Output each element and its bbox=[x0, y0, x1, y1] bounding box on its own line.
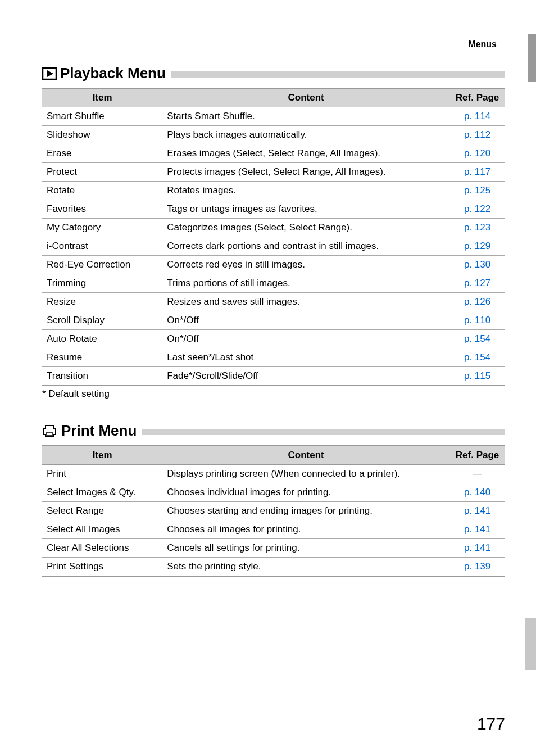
cell-ref[interactable]: p. 123 bbox=[449, 219, 505, 237]
table-row: Smart ShuffleStarts Smart Shuffle.p. 114 bbox=[42, 107, 505, 126]
cell-ref[interactable]: p. 127 bbox=[449, 274, 505, 293]
cell-item: Slideshow bbox=[42, 126, 162, 144]
svg-marker-1 bbox=[47, 70, 53, 77]
cell-item: Auto Rotate bbox=[42, 330, 162, 348]
cell-content: On*/Off bbox=[162, 330, 449, 348]
cell-ref[interactable]: p. 117 bbox=[449, 163, 505, 182]
cell-item: Print bbox=[42, 465, 162, 483]
print-icon bbox=[42, 424, 58, 438]
table-row: ProtectProtects images (Select, Select R… bbox=[42, 163, 505, 182]
footnote: * Default setting bbox=[42, 388, 505, 400]
cell-content: Protects images (Select, Select Range, A… bbox=[162, 163, 449, 182]
cell-item: Trimming bbox=[42, 274, 162, 293]
table-row: Select Images & Qty.Chooses individual i… bbox=[42, 483, 505, 502]
cell-item: Resume bbox=[42, 348, 162, 367]
cell-ref[interactable]: p. 139 bbox=[449, 558, 505, 577]
cell-ref[interactable]: p. 154 bbox=[449, 330, 505, 348]
cell-content: Fade*/Scroll/Slide/Off bbox=[162, 367, 449, 386]
col-item: Item bbox=[42, 446, 162, 465]
cell-ref[interactable]: p. 112 bbox=[449, 126, 505, 144]
cell-content: Plays back images automatically. bbox=[162, 126, 449, 144]
cell-content: Cancels all settings for printing. bbox=[162, 539, 449, 558]
cell-item: Resize bbox=[42, 293, 162, 311]
side-tab-bottom bbox=[525, 618, 536, 670]
cell-item: Red-Eye Correction bbox=[42, 256, 162, 274]
table-row: ResizeResizes and saves still images.p. … bbox=[42, 293, 505, 311]
table-row: TrimmingTrims portions of still images.p… bbox=[42, 274, 505, 293]
table-row: PrintDisplays printing screen (When conn… bbox=[42, 465, 505, 483]
cell-item: Erase bbox=[42, 144, 162, 163]
cell-content: Chooses all images for printing. bbox=[162, 520, 449, 539]
section-title-text: Print Menu bbox=[42, 422, 137, 440]
cell-content: Displays printing screen (When connected… bbox=[162, 465, 449, 483]
cell-content: Chooses starting and ending images for p… bbox=[162, 502, 449, 520]
table-row: My CategoryCategorizes images (Select, S… bbox=[42, 219, 505, 237]
cell-item: Transition bbox=[42, 367, 162, 386]
playback-table: Item Content Ref. Page Smart ShuffleStar… bbox=[42, 88, 505, 386]
table-header-row: Item Content Ref. Page bbox=[42, 88, 505, 107]
section-title-text: Playback Menu bbox=[42, 65, 166, 82]
table-row: EraseErases images (Select, Select Range… bbox=[42, 144, 505, 163]
section-title-print: Print Menu bbox=[42, 422, 505, 440]
cell-ref[interactable]: p. 126 bbox=[449, 293, 505, 311]
cell-item: i-Contrast bbox=[42, 237, 162, 256]
cell-ref[interactable]: p. 130 bbox=[449, 256, 505, 274]
print-table: Item Content Ref. Page PrintDisplays pri… bbox=[42, 445, 505, 577]
side-tab-top bbox=[528, 34, 536, 82]
cell-ref[interactable]: p. 114 bbox=[449, 107, 505, 126]
table-header-row: Item Content Ref. Page bbox=[42, 446, 505, 465]
title-bar bbox=[171, 71, 505, 78]
cell-ref[interactable]: p. 129 bbox=[449, 237, 505, 256]
col-item: Item bbox=[42, 88, 162, 107]
cell-ref: — bbox=[449, 465, 505, 483]
table-row: TransitionFade*/Scroll/Slide/Offp. 115 bbox=[42, 367, 505, 386]
cell-content: Erases images (Select, Select Range, All… bbox=[162, 144, 449, 163]
cell-ref[interactable]: p. 141 bbox=[449, 539, 505, 558]
cell-item: My Category bbox=[42, 219, 162, 237]
cell-item: Print Settings bbox=[42, 558, 162, 577]
table-row: Auto RotateOn*/Offp. 154 bbox=[42, 330, 505, 348]
cell-ref[interactable]: p. 120 bbox=[449, 144, 505, 163]
header-label: Menus bbox=[468, 39, 497, 49]
col-content: Content bbox=[162, 446, 449, 465]
col-content: Content bbox=[162, 88, 449, 107]
title-bar bbox=[142, 429, 505, 435]
cell-item: Select All Images bbox=[42, 520, 162, 539]
table-row: FavoritesTags or untags images as favori… bbox=[42, 200, 505, 219]
cell-content: Tags or untags images as favorites. bbox=[162, 200, 449, 219]
cell-content: Categorizes images (Select, Select Range… bbox=[162, 219, 449, 237]
cell-ref[interactable]: p. 140 bbox=[449, 483, 505, 502]
table-row: Print SettingsSets the printing style.p.… bbox=[42, 558, 505, 577]
cell-item: Rotate bbox=[42, 182, 162, 200]
cell-ref[interactable]: p. 115 bbox=[449, 367, 505, 386]
svg-rect-2 bbox=[47, 432, 52, 436]
cell-item: Scroll Display bbox=[42, 311, 162, 330]
table-row: Select RangeChooses starting and ending … bbox=[42, 502, 505, 520]
table-row: SlideshowPlays back images automatically… bbox=[42, 126, 505, 144]
cell-content: Chooses individual images for printing. bbox=[162, 483, 449, 502]
cell-ref[interactable]: p. 122 bbox=[449, 200, 505, 219]
table-row: Select All ImagesChooses all images for … bbox=[42, 520, 505, 539]
cell-content: On*/Off bbox=[162, 311, 449, 330]
table-row: Red-Eye CorrectionCorrects red eyes in s… bbox=[42, 256, 505, 274]
cell-ref[interactable]: p. 141 bbox=[449, 520, 505, 539]
cell-item: Clear All Selections bbox=[42, 539, 162, 558]
cell-item: Smart Shuffle bbox=[42, 107, 162, 126]
cell-item: Protect bbox=[42, 163, 162, 182]
cell-content: Rotates images. bbox=[162, 182, 449, 200]
table-row: Clear All SelectionsCancels all settings… bbox=[42, 539, 505, 558]
cell-content: Sets the printing style. bbox=[162, 558, 449, 577]
table-row: ResumeLast seen*/Last shotp. 154 bbox=[42, 348, 505, 367]
cell-item: Select Images & Qty. bbox=[42, 483, 162, 502]
section-title-playback: Playback Menu bbox=[42, 65, 505, 82]
cell-item: Select Range bbox=[42, 502, 162, 520]
cell-content: Starts Smart Shuffle. bbox=[162, 107, 449, 126]
cell-ref[interactable]: p. 125 bbox=[449, 182, 505, 200]
table-row: Scroll DisplayOn*/Offp. 110 bbox=[42, 311, 505, 330]
cell-content: Corrects red eyes in still images. bbox=[162, 256, 449, 274]
cell-item: Favorites bbox=[42, 200, 162, 219]
playback-icon bbox=[42, 67, 57, 80]
cell-ref[interactable]: p. 110 bbox=[449, 311, 505, 330]
cell-ref[interactable]: p. 141 bbox=[449, 502, 505, 520]
cell-ref[interactable]: p. 154 bbox=[449, 348, 505, 367]
